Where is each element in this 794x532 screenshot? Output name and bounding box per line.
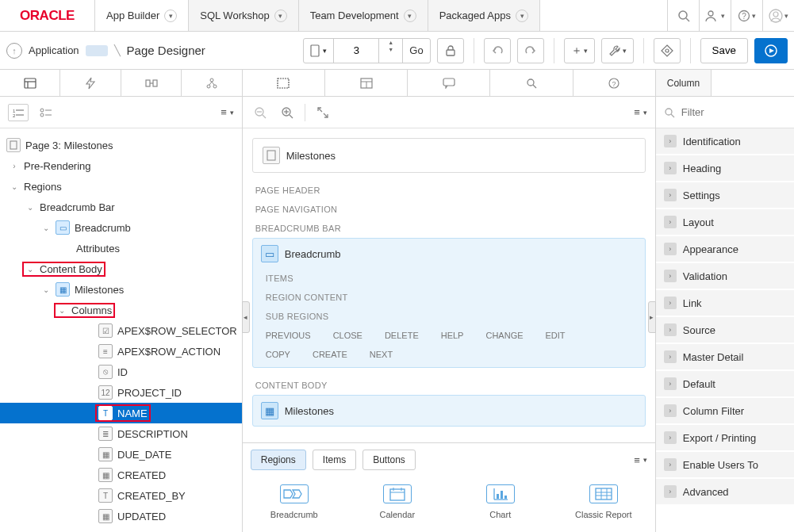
gallery-item-chart[interactable]: Chart — [465, 484, 536, 519]
prop-group-source[interactable]: ›Source — [656, 317, 794, 344]
zoom-out-icon[interactable] — [251, 103, 270, 122]
chevron-down-icon[interactable]: ▾ — [164, 10, 177, 22]
prop-group-export-printing[interactable]: ›Export / Printing — [656, 425, 794, 452]
tree-col-created[interactable]: ▦ CREATED — [0, 465, 242, 485]
prop-group-default[interactable]: ›Default — [656, 371, 794, 398]
tree-regions[interactable]: ⌄ Regions — [0, 176, 242, 197]
prop-group-identification[interactable]: ›Identification — [656, 128, 794, 155]
slot-copy[interactable]: COPY — [266, 350, 290, 359]
splitter-right[interactable]: ▸ — [648, 301, 656, 333]
slot-previous[interactable]: PREVIOUS — [266, 331, 311, 340]
tree-col-apex-row-selector[interactable]: ☑ APEX$ROW_SELECTOR — [0, 320, 242, 341]
tree-col-apex-row-action[interactable]: ≡ APEX$ROW_ACTION — [0, 341, 242, 362]
page-number-input[interactable] — [340, 44, 372, 56]
tree-col-name[interactable]: T NAME — [0, 403, 242, 423]
page-search-tab[interactable] — [490, 70, 573, 96]
prop-group-appearance[interactable]: ›Appearance — [656, 236, 794, 263]
gallery-menu-icon[interactable]: ≡ ▾ — [634, 454, 647, 466]
rendering-tab[interactable] — [0, 70, 60, 96]
gallery-tab-items[interactable]: Items — [313, 450, 356, 470]
layout-menu-icon[interactable]: ≡ ▾ — [634, 106, 647, 118]
chevron-down-icon[interactable]: ▾ — [404, 10, 416, 22]
tree-menu-icon[interactable]: ≡ ▾ — [221, 106, 234, 118]
prop-group-layout[interactable]: ›Layout — [656, 209, 794, 236]
page-finder-button[interactable]: ▾ — [304, 39, 334, 63]
tree-pre-rendering[interactable]: › Pre-Rendering — [0, 155, 242, 176]
breadcrumb-app[interactable]: Application — [29, 44, 79, 56]
undo-button[interactable] — [484, 38, 511, 63]
run-button[interactable] — [754, 38, 788, 63]
app-id-badge[interactable] — [86, 45, 108, 56]
tree-milestones[interactable]: ⌄ ▦ Milestones — [0, 279, 242, 300]
prop-group-settings[interactable]: ›Settings — [656, 182, 794, 209]
milestones-region[interactable]: ▦ Milestones — [252, 395, 646, 427]
property-filter-input[interactable] — [681, 106, 794, 118]
tree-col-project-id[interactable]: 12 PROJECT_ID — [0, 382, 242, 403]
prop-group-enable-users-to[interactable]: ›Enable Users To — [656, 452, 794, 479]
prop-group-validation[interactable]: ›Validation — [656, 263, 794, 290]
slot-delete[interactable]: DELETE — [385, 331, 419, 340]
chevron-down-icon[interactable]: ▾ — [516, 10, 528, 22]
zoom-in-icon[interactable] — [278, 103, 297, 122]
property-tab-column[interactable]: Column — [656, 70, 712, 96]
breadcrumb-region[interactable]: ▭ Breadcrumb ITEMS REGION CONTENT SUB RE… — [252, 238, 646, 368]
lock-button[interactable] — [437, 38, 464, 63]
application-icon[interactable]: ↑ — [6, 43, 22, 59]
messages-tab[interactable] — [408, 70, 490, 96]
expand-icon[interactable] — [313, 103, 332, 122]
prop-group-link[interactable]: ›Link — [656, 290, 794, 317]
shared-components-button[interactable] — [654, 38, 681, 63]
save-button[interactable]: Save — [700, 38, 748, 63]
prop-group-master-detail[interactable]: ›Master Detail — [656, 344, 794, 371]
prop-group-column-filter[interactable]: ›Column Filter — [656, 398, 794, 425]
create-button[interactable]: ＋▾ — [564, 38, 595, 63]
slot-create[interactable]: CREATE — [313, 350, 347, 359]
gallery-item-classic-report[interactable]: Classic Report — [568, 484, 639, 519]
gallery-item-calendar[interactable]: Calendar — [362, 484, 433, 519]
tree-col-description[interactable]: ≣ DESCRIPTION — [0, 423, 242, 444]
slot-next[interactable]: NEXT — [370, 350, 393, 359]
dynamic-actions-tab[interactable] — [60, 70, 121, 96]
tree-content-body[interactable]: ⌄ Content Body — [0, 258, 242, 279]
page-region-card[interactable]: Milestones — [252, 138, 646, 173]
prop-group-heading[interactable]: ›Heading — [656, 155, 794, 182]
slot-change[interactable]: CHANGE — [485, 331, 523, 340]
search-icon[interactable] — [667, 0, 699, 31]
help-tab[interactable]: ? — [573, 70, 655, 96]
tree-columns[interactable]: ⌄ Columns — [0, 300, 242, 320]
page-stepper[interactable]: ▲▼ — [379, 39, 403, 63]
oracle-logo[interactable]: ORACLE — [0, 0, 95, 31]
tree-col-updated[interactable]: ▦ UPDATED — [0, 506, 242, 526]
chevron-down-icon[interactable]: ▾ — [274, 10, 287, 22]
nav-team-development[interactable]: Team Development ▾ — [299, 0, 428, 31]
shared-tab[interactable] — [182, 70, 241, 96]
nav-packaged-apps[interactable]: Packaged Apps ▾ — [428, 0, 540, 31]
nav-sql-workshop[interactable]: SQL Workshop ▾ — [189, 0, 298, 31]
account-icon[interactable]: ▾ — [762, 0, 794, 31]
gallery-tab-regions[interactable]: Regions — [251, 450, 306, 470]
prop-group-advanced[interactable]: ›Advanced — [656, 479, 794, 506]
tree-col-id[interactable]: ⦸ ID — [0, 362, 242, 382]
gallery-tab-buttons[interactable]: Buttons — [362, 450, 416, 470]
group-mode-icon[interactable] — [36, 103, 56, 122]
page-selector[interactable]: ▾ ▲▼ Go — [303, 38, 430, 63]
tree-col-created-by[interactable]: T CREATED_BY — [0, 485, 242, 506]
slot-edit[interactable]: EDIT — [546, 331, 566, 340]
component-view-tab[interactable] — [325, 70, 408, 96]
utilities-button[interactable]: ▾ — [601, 38, 634, 63]
redo-button[interactable] — [517, 38, 544, 63]
splitter-left[interactable]: ◂ — [242, 301, 250, 333]
tree-breadcrumb[interactable]: ⌄ ▭ Breadcrumb — [0, 217, 242, 238]
tree-col-due-date[interactable]: ▦ DUE_DATE — [0, 444, 242, 465]
layout-tab[interactable] — [243, 70, 325, 96]
admin-icon[interactable]: ▾ — [699, 0, 731, 31]
slot-help[interactable]: HELP — [441, 331, 464, 340]
slot-close[interactable]: CLOSE — [333, 331, 362, 340]
sort-mode-icon[interactable]: 12 — [8, 104, 29, 121]
tree-breadcrumb-bar[interactable]: ⌄ Breadcrumb Bar — [0, 197, 242, 217]
tree-attributes[interactable]: Attributes — [0, 238, 242, 258]
nav-app-builder[interactable]: App Builder ▾ — [95, 0, 189, 31]
gallery-item-breadcrumb[interactable]: Breadcrumb — [259, 484, 330, 519]
tree-page-node[interactable]: Page 3: Milestones — [0, 135, 242, 155]
go-button[interactable]: Go — [403, 39, 429, 63]
